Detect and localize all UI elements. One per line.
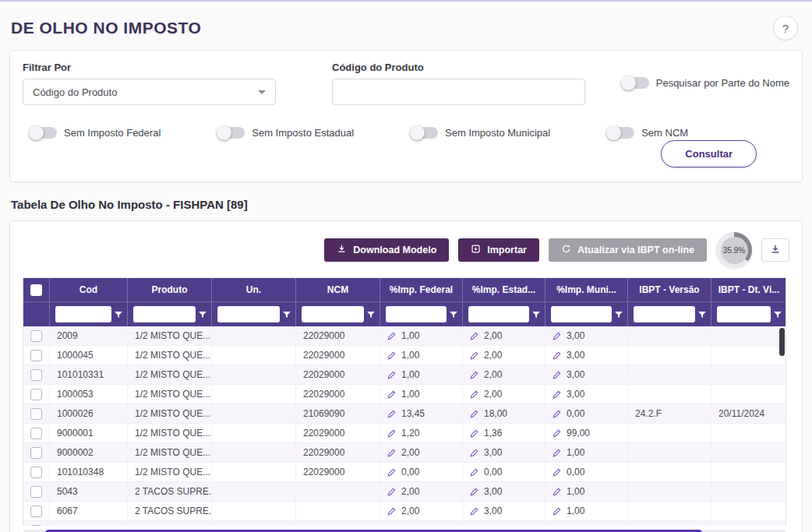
edit-pencil-icon[interactable] [470, 390, 478, 399]
edit-pencil-icon[interactable] [387, 468, 396, 477]
filter-funnel-icon[interactable] [198, 310, 209, 319]
codigo-produto-label: Código do Produto [332, 62, 585, 73]
edit-pencil-icon[interactable] [553, 429, 561, 438]
edit-pencil-icon[interactable] [553, 371, 561, 379]
edit-pencil-icon[interactable] [470, 371, 478, 379]
edit-pencil-icon[interactable] [553, 507, 561, 516]
row-checkbox[interactable] [30, 428, 42, 439]
filter-input-un[interactable] [217, 306, 280, 322]
edit-pencil-icon[interactable] [470, 468, 478, 477]
cell-ibpt_dt [711, 385, 786, 403]
codigo-produto-input[interactable] [332, 79, 585, 105]
column-header-un[interactable]: Un. [212, 278, 296, 301]
edit-pencil-icon[interactable] [553, 332, 561, 340]
filter-funnel-icon[interactable] [697, 310, 708, 319]
filter-funnel-icon[interactable] [282, 310, 293, 319]
edit-pencil-icon[interactable] [387, 488, 396, 496]
pesquisar-parte-nome-toggle[interactable] [623, 77, 649, 89]
filter-input-produto[interactable] [133, 306, 196, 322]
edit-pencil-icon[interactable] [387, 429, 396, 438]
filter-funnel-icon[interactable] [449, 310, 460, 319]
download-modelo-button[interactable]: Download Modelo [324, 238, 449, 262]
column-header-imp_federal[interactable]: %Imp. Federal [380, 278, 463, 301]
table-rows: 20091/2 MISTO QUE...220290001,002,003,00… [23, 326, 786, 526]
edit-pencil-icon[interactable] [470, 410, 478, 418]
edit-pencil-icon[interactable] [470, 507, 478, 516]
consultar-button[interactable]: Consultar [661, 140, 757, 167]
vertical-scrollbar-thumb[interactable] [779, 328, 785, 356]
row-checkbox-cell [23, 443, 50, 462]
filter-input-ncm[interactable] [302, 306, 364, 322]
cell-produto: 1/2 MISTO QUE... [128, 404, 212, 423]
row-checkbox[interactable] [30, 506, 42, 517]
filter-input-imp_federal[interactable] [386, 306, 447, 322]
cell-imp_federal: 13,45 [380, 404, 463, 423]
edit-pencil-icon[interactable] [553, 410, 561, 418]
atualizar-ibpt-button[interactable]: Atualizar via IBPT on-line [549, 238, 707, 262]
cell-cod: 9000001 [50, 424, 128, 442]
edit-pencil-icon[interactable] [387, 507, 396, 516]
row-checkbox[interactable] [30, 330, 42, 342]
edit-pencil-icon[interactable] [387, 390, 396, 399]
sem-imposto-estadual-toggle[interactable] [218, 127, 245, 139]
edit-pencil-icon[interactable] [553, 468, 561, 477]
sem-imposto-federal-label: Sem Imposto Federal [64, 127, 161, 139]
edit-pencil-icon[interactable] [553, 351, 561, 360]
edit-pencil-icon[interactable] [470, 332, 478, 340]
row-checkbox[interactable] [30, 408, 42, 420]
column-header-ncm[interactable]: NCM [296, 278, 380, 301]
edit-pencil-icon[interactable] [387, 410, 396, 418]
cell-cod: 101010331 [50, 365, 128, 384]
filtrar-por-select[interactable]: Código do Produto [23, 79, 276, 105]
row-checkbox[interactable] [30, 350, 42, 361]
sem-imposto-municipal-toggle[interactable] [411, 127, 438, 139]
filter-funnel-icon[interactable] [531, 310, 542, 319]
edit-pencil-icon[interactable] [553, 390, 561, 399]
sem-ncm-toggle[interactable] [608, 127, 634, 139]
column-header-cod[interactable]: Cod [50, 278, 128, 301]
filter-input-ibpt_dt[interactable] [717, 306, 771, 322]
cell-imp_municipal: 3,00 [545, 346, 628, 365]
filter-input-ibpt_versao[interactable] [634, 306, 695, 322]
filter-funnel-icon[interactable] [114, 310, 125, 319]
edit-pencil-icon[interactable] [387, 332, 396, 340]
row-checkbox[interactable] [30, 467, 42, 478]
row-checkbox[interactable] [30, 369, 42, 381]
cell-imp_federal: 1,00 [380, 326, 463, 345]
edit-pencil-icon[interactable] [470, 351, 478, 360]
sem-imposto-federal-toggle[interactable] [30, 127, 57, 139]
export-download-button[interactable] [761, 238, 789, 262]
filter-cell-un [212, 302, 296, 326]
edit-pencil-icon[interactable] [387, 351, 396, 360]
select-all-checkbox[interactable] [30, 284, 42, 296]
edit-pencil-icon[interactable] [470, 488, 478, 496]
edit-pencil-icon[interactable] [470, 449, 478, 457]
filter-input-imp_estadual[interactable] [468, 306, 529, 322]
filter-input-imp_municipal[interactable] [551, 306, 612, 322]
filter-funnel-icon[interactable] [773, 310, 784, 319]
filter-cell-ibpt_versao [628, 302, 711, 326]
row-checkbox[interactable] [30, 525, 42, 527]
edit-pencil-icon[interactable] [553, 449, 561, 457]
cell-imp_federal: 2,00 [380, 502, 463, 520]
row-checkbox[interactable] [30, 486, 42, 498]
column-header-imp_estadual[interactable]: %Imp. Estad... [463, 278, 545, 301]
edit-pencil-icon[interactable] [553, 488, 561, 496]
importar-button[interactable]: Importar [458, 238, 539, 262]
filter-input-cod[interactable] [55, 306, 111, 322]
edit-pencil-icon[interactable] [387, 371, 396, 379]
filter-funnel-icon[interactable] [366, 310, 377, 319]
row-checkbox[interactable] [30, 389, 42, 400]
column-header-ibpt_dt[interactable]: IBPT - Dt. Vi... [711, 278, 787, 301]
column-header-ibpt_versao[interactable]: IBPT - Versão [628, 278, 711, 301]
cell-produto: 1/2 MISTO QUE... [128, 346, 212, 365]
edit-pencil-icon[interactable] [387, 449, 396, 457]
column-header-produto[interactable]: Produto [128, 278, 212, 301]
cell-imp_estadual: 18,00 [463, 404, 545, 423]
column-header-imp_municipal[interactable]: %Imp. Muni... [545, 278, 628, 301]
help-button[interactable]: ? [773, 16, 798, 41]
table-row: 10000531/2 MISTO QUE...220290001,002,003… [23, 385, 786, 404]
edit-pencil-icon[interactable] [470, 429, 478, 438]
row-checkbox[interactable] [30, 447, 42, 459]
filter-funnel-icon[interactable] [614, 310, 625, 319]
